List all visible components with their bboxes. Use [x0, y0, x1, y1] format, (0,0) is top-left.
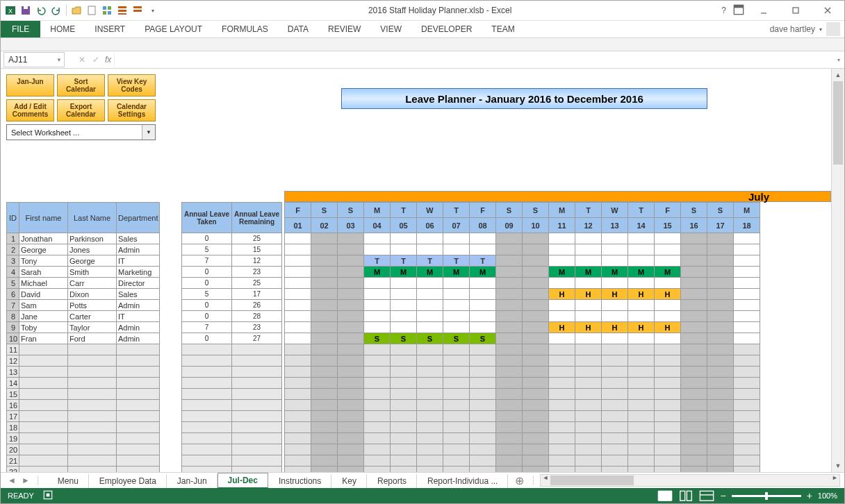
calendar-row[interactable]	[285, 389, 760, 400]
calendar-cell[interactable]	[681, 233, 707, 244]
calendar-cell[interactable]	[707, 233, 734, 244]
calendar-cell[interactable]	[523, 378, 549, 389]
cell-alt[interactable]: 0	[182, 300, 232, 311]
calendar-cell[interactable]	[734, 233, 760, 244]
cell-firstname[interactable]: Toby	[19, 322, 68, 333]
calendar-row[interactable]	[285, 400, 760, 411]
calendar-cell[interactable]	[443, 367, 470, 378]
calendar-cell[interactable]	[311, 255, 338, 267]
cell-alr[interactable]: 26	[232, 300, 282, 311]
sheet-tab-jan-jun[interactable]: Jan-Jun	[167, 474, 218, 488]
calendar-cell[interactable]	[443, 444, 470, 455]
calendar-cell[interactable]	[391, 400, 417, 411]
cell-alt[interactable]: 0	[182, 233, 232, 244]
table-row[interactable]: 14	[7, 378, 160, 389]
calendar-cell[interactable]	[285, 411, 311, 422]
calendar-cell[interactable]	[655, 467, 681, 473]
calendar-cell[interactable]: M	[628, 267, 655, 278]
calendar-cell[interactable]	[443, 455, 470, 467]
calendar-cell[interactable]	[470, 411, 496, 422]
calendar-cell[interactable]	[681, 400, 707, 411]
horizontal-scrollbar[interactable]: ◄ ►	[540, 474, 840, 487]
calendar-cell[interactable]	[602, 400, 628, 411]
calendar-cell[interactable]	[338, 300, 364, 311]
calendar-cell[interactable]	[602, 467, 628, 473]
calendar-cell[interactable]: H	[549, 289, 575, 300]
cell-alr[interactable]: 25	[232, 278, 282, 289]
calendar-cell[interactable]: H	[628, 289, 655, 300]
calendar-cell[interactable]	[523, 422, 549, 433]
undo-icon[interactable]	[35, 5, 47, 16]
calendar-cell[interactable]	[496, 400, 523, 411]
calendar-cell[interactable]	[655, 433, 681, 444]
calendar-cell[interactable]	[575, 400, 602, 411]
table-row[interactable]: 15	[7, 389, 160, 400]
calendar-cell[interactable]	[364, 400, 391, 411]
calendar-cell[interactable]: H	[549, 322, 575, 333]
cell-id[interactable]: 22	[7, 467, 19, 473]
calendar-cell[interactable]	[523, 267, 549, 278]
cell-firstname[interactable]: Fran	[19, 333, 68, 344]
calendar-cell[interactable]	[549, 400, 575, 411]
calendar-cell[interactable]	[575, 300, 602, 311]
cell-id[interactable]: 7	[7, 300, 19, 311]
calendar-cell[interactable]	[285, 233, 311, 244]
table-row[interactable]: 6DavidDixonSales	[7, 289, 160, 300]
calendar-cell[interactable]: S	[443, 333, 470, 344]
file-tab[interactable]: FILE	[1, 21, 40, 37]
cell-lastname[interactable]: Potts	[68, 300, 117, 311]
macro-calendar-settings[interactable]: CalendarSettings	[108, 99, 156, 121]
calendar-cell[interactable]	[417, 444, 443, 455]
table-row[interactable]: 4SarahSmithMarketing	[7, 267, 160, 278]
macro-export-calendar[interactable]: ExportCalendar	[57, 99, 105, 121]
calendar-cell[interactable]	[523, 355, 549, 367]
calendar-row[interactable]: SSSSS	[285, 333, 760, 344]
zoom-slider-handle[interactable]	[765, 492, 768, 500]
calendar-cell[interactable]	[707, 367, 734, 378]
macro-add-edit-comments[interactable]: Add / EditComments	[6, 99, 54, 121]
calendar-cell[interactable]	[285, 311, 311, 322]
calendar-cell[interactable]	[655, 355, 681, 367]
calendar-cell[interactable]	[391, 233, 417, 244]
ribbon-tab-review[interactable]: REVIEW	[318, 21, 370, 37]
cell-id[interactable]: 12	[7, 355, 19, 367]
calendar-cell[interactable]	[628, 333, 655, 344]
cell-lastname[interactable]: Dixon	[68, 289, 117, 300]
calendar-cell[interactable]	[707, 244, 734, 255]
calendar-cell[interactable]	[655, 311, 681, 322]
table-row[interactable]	[182, 411, 282, 422]
calendar-cell[interactable]	[391, 422, 417, 433]
calendar-cell[interactable]	[417, 367, 443, 378]
calendar-cell[interactable]	[285, 367, 311, 378]
sheet-tab-key[interactable]: Key	[331, 474, 367, 488]
table-row[interactable]	[182, 378, 282, 389]
calendar-cell[interactable]	[602, 311, 628, 322]
calendar-cell[interactable]	[417, 400, 443, 411]
calendar-cell[interactable]	[364, 367, 391, 378]
calendar-cell[interactable]	[575, 422, 602, 433]
calendar-cell[interactable]	[602, 333, 628, 344]
calendar-cell[interactable]	[575, 278, 602, 289]
calendar-cell[interactable]	[443, 389, 470, 400]
calendar-cell[interactable]	[628, 300, 655, 311]
calendar-cell[interactable]	[523, 333, 549, 344]
calendar-cell[interactable]	[311, 344, 338, 355]
open-icon[interactable]	[71, 5, 82, 16]
cell-lastname[interactable]: Ford	[68, 333, 117, 344]
table-row[interactable]: 12	[7, 355, 160, 367]
calendar-cell[interactable]	[734, 311, 760, 322]
calendar-cell[interactable]	[311, 267, 338, 278]
cell-id[interactable]: 11	[7, 344, 19, 355]
cell-id[interactable]: 1	[7, 233, 19, 244]
calendar-row[interactable]	[285, 278, 760, 289]
calendar-cell[interactable]	[681, 444, 707, 455]
calendar-cell[interactable]	[311, 467, 338, 473]
cell-id[interactable]: 10	[7, 333, 19, 344]
calendar-cell[interactable]: H	[655, 289, 681, 300]
calendar-cell[interactable]	[391, 411, 417, 422]
calendar-cell[interactable]	[549, 389, 575, 400]
cell-lastname[interactable]: George	[68, 255, 117, 267]
calendar-cell[interactable]	[655, 344, 681, 355]
calendar-cell[interactable]	[338, 389, 364, 400]
calendar-cell[interactable]	[734, 411, 760, 422]
